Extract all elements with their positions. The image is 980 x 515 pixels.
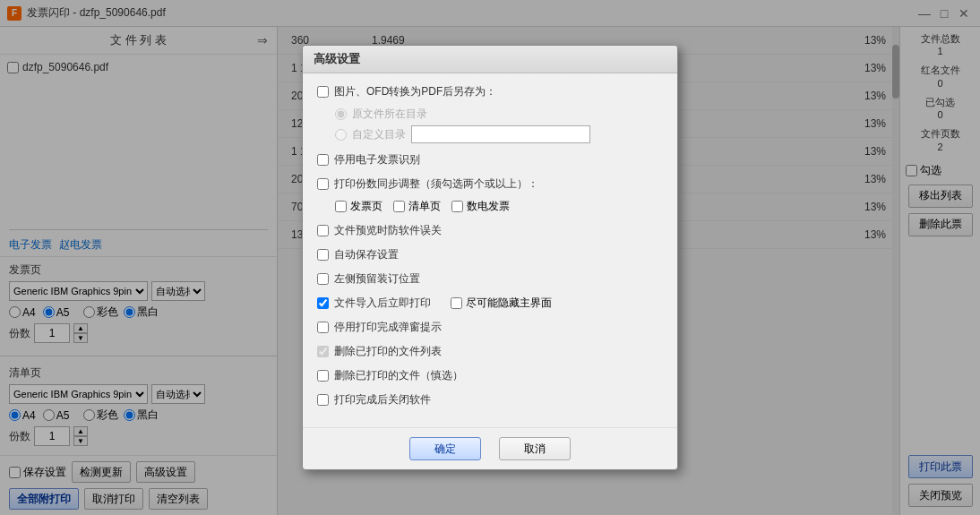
check-invoice-page[interactable]: 发票页	[335, 199, 383, 214]
img-ofd-label: 图片、OFD转换为PDF后另存为：	[334, 84, 496, 99]
preview-error-label: 文件预览时防软件误关	[334, 223, 442, 238]
check-digital-invoice[interactable]: 数电发票	[451, 199, 510, 214]
modal-section-import-print: 文件导入后立即打印 尽可能隐藏主界面	[317, 296, 663, 311]
modal-body: 图片、OFD转换为PDF后另存为： 原文件所在目录 自定义目录	[303, 73, 677, 427]
modal-section-auto-save: 自动保存设置	[317, 247, 663, 262]
delete-list-checkbox[interactable]	[317, 346, 329, 357]
custom-dir-input[interactable]	[411, 125, 590, 143]
binding-checkbox[interactable]	[317, 273, 329, 285]
auto-save-checkbox[interactable]	[317, 249, 329, 261]
import-print-label: 文件导入后立即打印	[334, 296, 431, 311]
check-hide-main[interactable]: 尽可能隐藏主界面	[451, 296, 552, 311]
stop-popup-label: 停用打印完成弹窗提示	[334, 320, 442, 335]
auto-save-label: 自动保存设置	[334, 247, 399, 262]
stop-recognition-label: 停用电子发票识别	[334, 152, 420, 167]
modal-section-stop-recognition: 停用电子发票识别	[317, 152, 663, 167]
stop-recognition-checkbox[interactable]	[317, 154, 329, 166]
copies-sync-checkbox[interactable]	[317, 178, 329, 190]
modal-section-img-ofd: 图片、OFD转换为PDF后另存为： 原文件所在目录 自定义目录	[317, 84, 663, 143]
radio-custom-dir: 自定义目录	[335, 125, 663, 143]
img-ofd-checkbox[interactable]	[317, 86, 329, 98]
modal-footer: 确定 取消	[303, 427, 677, 469]
modal-section-preview-error: 文件预览时防软件误关	[317, 223, 663, 238]
import-print-checkbox[interactable]	[317, 297, 329, 309]
stop-popup-checkbox[interactable]	[317, 322, 329, 333]
modal-section-delete-files: 删除已打印的文件（慎选）	[317, 368, 663, 383]
modal-section-close-after-print: 打印完成后关闭软件	[317, 392, 663, 408]
custom-dir-label: 自定义目录	[352, 127, 406, 142]
delete-files-checkbox[interactable]	[317, 370, 329, 382]
modal-section-binding: 左侧预留装订位置	[317, 271, 663, 287]
binding-label: 左侧预留装订位置	[334, 271, 420, 287]
modal-section-delete-list: 删除已打印的文件列表	[317, 344, 663, 359]
close-after-print-label: 打印完成后关闭软件	[334, 392, 431, 408]
modal-ok-button[interactable]: 确定	[409, 437, 481, 460]
modal-cancel-button[interactable]: 取消	[499, 437, 571, 460]
copies-sync-label: 打印份数同步调整（须勾选两个或以上）：	[334, 176, 538, 192]
modal-overlay: 高级设置 图片、OFD转换为PDF后另存为： 原文件所在目录 自定义目录	[0, 0, 980, 515]
delete-files-label: 删除已打印的文件（慎选）	[334, 368, 463, 383]
modal-section-copies-sync: 打印份数同步调整（须勾选两个或以上）： 发票页 清单页 数电发票	[317, 176, 663, 214]
close-after-print-checkbox[interactable]	[317, 394, 329, 406]
advanced-settings-modal: 高级设置 图片、OFD转换为PDF后另存为： 原文件所在目录 自定义目录	[302, 45, 678, 470]
modal-section-stop-popup: 停用打印完成弹窗提示	[317, 320, 663, 335]
original-dir-label: 原文件所在目录	[352, 107, 427, 122]
radio-group-dir: 原文件所在目录 自定义目录	[335, 107, 663, 143]
check-list-page[interactable]: 清单页	[393, 199, 441, 214]
modal-title: 高级设置	[303, 46, 677, 73]
preview-error-checkbox[interactable]	[317, 225, 329, 236]
radio-original-dir: 原文件所在目录	[335, 107, 663, 122]
delete-list-label: 删除已打印的文件列表	[334, 344, 442, 359]
